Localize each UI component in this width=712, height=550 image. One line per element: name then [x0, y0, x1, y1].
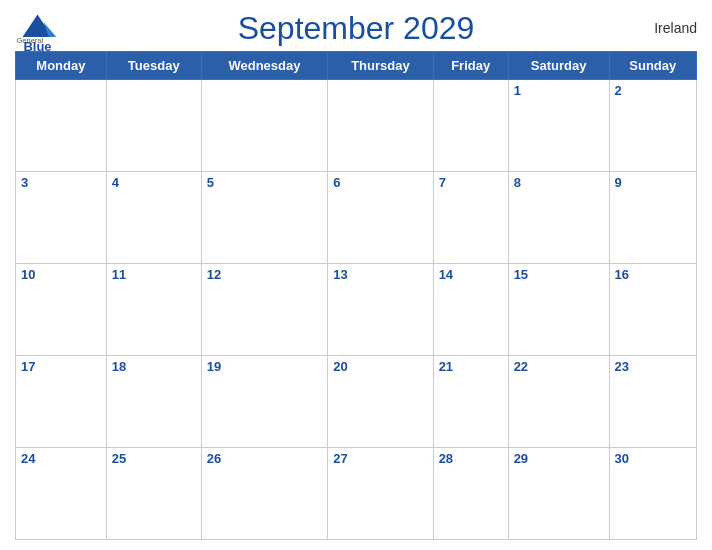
calendar-cell: 9: [609, 172, 696, 264]
calendar-cell: 5: [201, 172, 328, 264]
calendar-title: September 2029: [238, 10, 475, 47]
day-number: 23: [615, 359, 629, 374]
calendar-cell: 16: [609, 264, 696, 356]
day-number: 26: [207, 451, 221, 466]
day-number: 6: [333, 175, 340, 190]
day-number: 14: [439, 267, 453, 282]
day-number: 1: [514, 83, 521, 98]
calendar-cell: 22: [508, 356, 609, 448]
logo: General Blue: [15, 10, 60, 54]
calendar-week-0: 12: [16, 80, 697, 172]
day-number: 19: [207, 359, 221, 374]
calendar-body: 1234567891011121314151617181920212223242…: [16, 80, 697, 540]
calendar-table: MondayTuesdayWednesdayThursdayFridaySatu…: [15, 51, 697, 540]
calendar-cell: 4: [106, 172, 201, 264]
day-number: 21: [439, 359, 453, 374]
day-number: 9: [615, 175, 622, 190]
day-number: 5: [207, 175, 214, 190]
calendar-cell: 21: [433, 356, 508, 448]
calendar-cell: [433, 80, 508, 172]
calendar-cell: 29: [508, 448, 609, 540]
calendar-cell: [106, 80, 201, 172]
day-number: 2: [615, 83, 622, 98]
calendar-cell: 28: [433, 448, 508, 540]
day-number: 25: [112, 451, 126, 466]
calendar-cell: 15: [508, 264, 609, 356]
calendar-cell: 2: [609, 80, 696, 172]
day-number: 24: [21, 451, 35, 466]
day-number: 8: [514, 175, 521, 190]
calendar-cell: 10: [16, 264, 107, 356]
calendar-cell: 6: [328, 172, 433, 264]
day-number: 29: [514, 451, 528, 466]
calendar-cell: 12: [201, 264, 328, 356]
calendar-cell: 18: [106, 356, 201, 448]
day-number: 10: [21, 267, 35, 282]
calendar-week-4: 24252627282930: [16, 448, 697, 540]
weekday-header-saturday: Saturday: [508, 52, 609, 80]
calendar-cell: 19: [201, 356, 328, 448]
country-label: Ireland: [654, 20, 697, 36]
weekday-header-tuesday: Tuesday: [106, 52, 201, 80]
calendar-cell: 11: [106, 264, 201, 356]
weekday-header-wednesday: Wednesday: [201, 52, 328, 80]
day-number: 16: [615, 267, 629, 282]
day-number: 3: [21, 175, 28, 190]
calendar-cell: [201, 80, 328, 172]
day-number: 20: [333, 359, 347, 374]
weekday-header-sunday: Sunday: [609, 52, 696, 80]
calendar-cell: 24: [16, 448, 107, 540]
calendar-cell: 3: [16, 172, 107, 264]
calendar-cell: [328, 80, 433, 172]
day-number: 27: [333, 451, 347, 466]
calendar-week-1: 3456789: [16, 172, 697, 264]
calendar-cell: 26: [201, 448, 328, 540]
day-number: 30: [615, 451, 629, 466]
day-number: 11: [112, 267, 126, 282]
weekday-header-monday: Monday: [16, 52, 107, 80]
day-number: 15: [514, 267, 528, 282]
calendar-cell: 27: [328, 448, 433, 540]
calendar-week-2: 10111213141516: [16, 264, 697, 356]
calendar-week-3: 17181920212223: [16, 356, 697, 448]
calendar-cell: 17: [16, 356, 107, 448]
calendar-cell: [16, 80, 107, 172]
calendar-cell: 1: [508, 80, 609, 172]
logo-text: Blue: [23, 39, 51, 54]
day-number: 18: [112, 359, 126, 374]
calendar-header-row: MondayTuesdayWednesdayThursdayFridaySatu…: [16, 52, 697, 80]
weekday-header-thursday: Thursday: [328, 52, 433, 80]
calendar-cell: 25: [106, 448, 201, 540]
day-number: 12: [207, 267, 221, 282]
calendar-cell: 14: [433, 264, 508, 356]
day-number: 22: [514, 359, 528, 374]
calendar-cell: 8: [508, 172, 609, 264]
calendar-cell: 23: [609, 356, 696, 448]
calendar-cell: 20: [328, 356, 433, 448]
day-number: 7: [439, 175, 446, 190]
calendar-cell: 13: [328, 264, 433, 356]
day-number: 28: [439, 451, 453, 466]
day-number: 4: [112, 175, 119, 190]
calendar-cell: 7: [433, 172, 508, 264]
calendar-cell: 30: [609, 448, 696, 540]
day-number: 13: [333, 267, 347, 282]
calendar-header: General Blue September 2029 Ireland: [15, 10, 697, 47]
weekday-header-friday: Friday: [433, 52, 508, 80]
day-number: 17: [21, 359, 35, 374]
